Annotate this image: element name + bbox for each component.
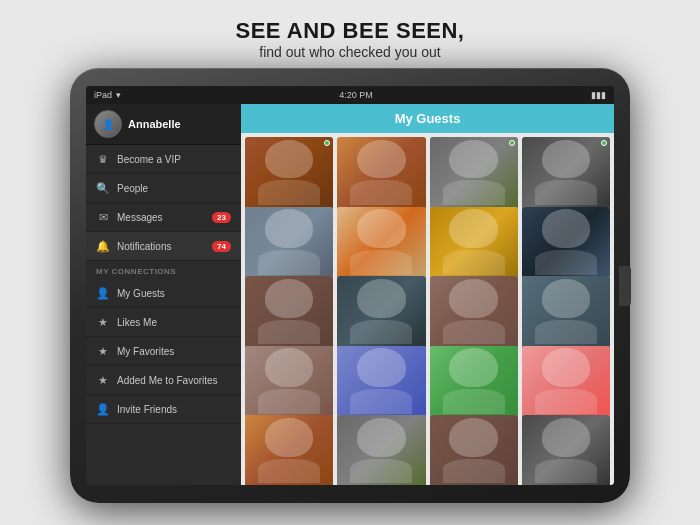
favorites-icon: ★ xyxy=(96,344,110,358)
people-label: People xyxy=(117,183,231,194)
time-display: 4:20 PM xyxy=(339,90,373,100)
sidebar-item-added-me[interactable]: ★ Added Me to Favorites xyxy=(86,366,241,395)
username: Annabelle xyxy=(128,118,181,130)
sidebar-item-vip[interactable]: ♛ Become a VIP xyxy=(86,145,241,174)
messages-label: Messages xyxy=(117,212,212,223)
sidebar-item-likes-me[interactable]: ★ Likes Me xyxy=(86,308,241,337)
main-content: My Guests Michael, 38Brian, 44James, 30S… xyxy=(241,104,614,485)
likes-icon: ★ xyxy=(96,315,110,329)
main-header: My Guests xyxy=(241,104,614,133)
sidebar-item-messages[interactable]: ✉ Messages 23 xyxy=(86,203,241,232)
vip-label: Become a VIP xyxy=(117,154,231,165)
battery-icon: ▮▮▮ xyxy=(591,90,606,100)
list-item[interactable]: Ronald, 36 xyxy=(430,415,518,485)
messages-icon: ✉ xyxy=(96,210,110,224)
vip-icon: ♛ xyxy=(96,152,110,166)
ipad-frame: iPad ▾ 4:20 PM ▮▮▮ 👤 Annabelle ♛ Become … xyxy=(70,68,630,503)
my-favorites-label: My Favorites xyxy=(117,346,231,357)
list-item[interactable]: Paul, 31 xyxy=(522,415,610,485)
bell-icon: 🔔 xyxy=(96,239,110,253)
ipad-screen: iPad ▾ 4:20 PM ▮▮▮ 👤 Annabelle ♛ Become … xyxy=(86,86,614,485)
status-right: ▮▮▮ xyxy=(591,90,606,100)
sidebar-item-notifications[interactable]: 🔔 Notifications 74 xyxy=(86,232,241,261)
wifi-icon: ▾ xyxy=(116,90,121,100)
notifications-label: Notifications xyxy=(117,241,212,252)
guests-grid: Michael, 38Brian, 44James, 30Scott, 29Jo… xyxy=(241,133,614,485)
app-content: 👤 Annabelle ♛ Become a VIP 🔍 People ✉ Me… xyxy=(86,104,614,485)
status-bar: iPad ▾ 4:20 PM ▮▮▮ xyxy=(86,86,614,104)
added-me-icon: ★ xyxy=(96,373,110,387)
invite-label: Invite Friends xyxy=(117,404,231,415)
top-section: SEE AND BEE SEEN, find out who checked y… xyxy=(0,0,700,72)
added-me-label: Added Me to Favorites xyxy=(117,375,231,386)
likes-me-label: Likes Me xyxy=(117,317,231,328)
my-guests-label: My Guests xyxy=(117,288,231,299)
list-item[interactable]: Edward, 34 xyxy=(245,415,333,485)
guests-icon: 👤 xyxy=(96,286,110,300)
sidebar-item-my-guests[interactable]: 👤 My Guests xyxy=(86,279,241,308)
invite-icon: 👤 xyxy=(96,402,110,416)
main-subtitle: find out who checked you out xyxy=(0,44,700,60)
notifications-badge: 74 xyxy=(212,241,231,252)
avatar: 👤 xyxy=(94,110,122,138)
messages-badge: 23 xyxy=(212,212,231,223)
status-left: iPad ▾ xyxy=(94,90,121,100)
sidebar-item-invite[interactable]: 👤 Invite Friends xyxy=(86,395,241,424)
search-icon: 🔍 xyxy=(96,181,110,195)
main-title: SEE AND BEE SEEN, xyxy=(0,18,700,44)
list-item[interactable]: Gary, 42 xyxy=(337,415,425,485)
sidebar-header: 👤 Annabelle xyxy=(86,104,241,145)
sidebar: 👤 Annabelle ♛ Become a VIP 🔍 People ✉ Me… xyxy=(86,104,241,485)
device-label: iPad xyxy=(94,90,112,100)
sidebar-item-my-favorites[interactable]: ★ My Favorites xyxy=(86,337,241,366)
sidebar-item-people[interactable]: 🔍 People xyxy=(86,174,241,203)
connections-section-label: MY CONNECTIONS xyxy=(86,261,241,279)
